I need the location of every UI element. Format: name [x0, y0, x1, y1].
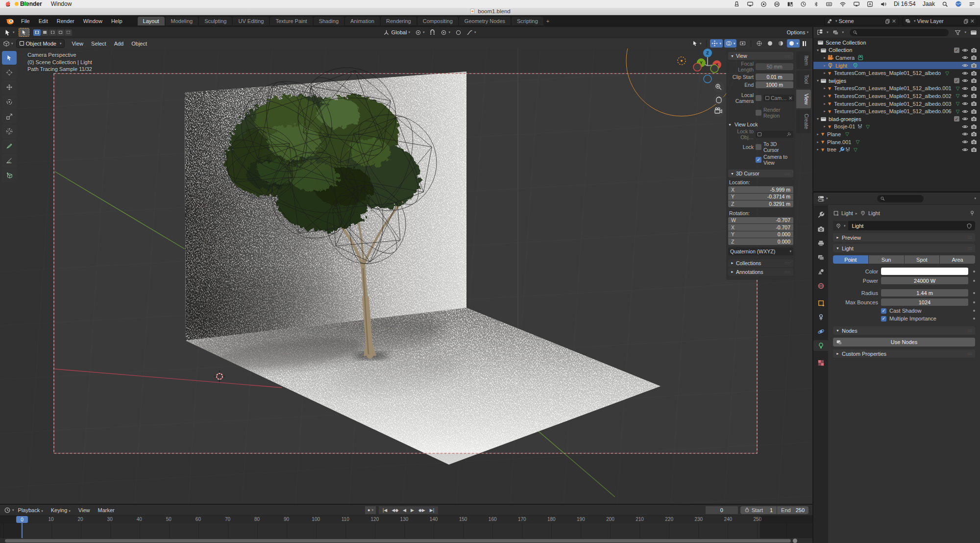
workspace-tab[interactable]: Scripting [512, 17, 543, 25]
tool-transform[interactable] [2, 124, 17, 138]
new-collection-icon[interactable] [970, 29, 977, 36]
hide-icon[interactable] [962, 139, 968, 145]
shading-solid-button[interactable] [765, 39, 775, 48]
user-menu[interactable]: Jaak [923, 0, 935, 7]
outliner-row-mesh[interactable]: ▸▼TexturesCom_Leaves_Maple01_512_albedo.… [813, 107, 980, 115]
outliner-row-mesh[interactable]: ▸▼TexturesCom_Leaves_Maple01_512_albedo.… [813, 100, 980, 108]
select-mode-set[interactable] [33, 29, 41, 36]
scene-name[interactable]: Scene [839, 18, 883, 24]
outliner-row-mesh[interactable]: ▸▼Bosje-01 ▽ [813, 123, 980, 131]
tool-move[interactable] [2, 80, 17, 94]
disable-render-icon[interactable] [971, 93, 977, 99]
viewport-3d[interactable]: Z Y X [0, 49, 812, 504]
siri-icon[interactable] [955, 0, 962, 7]
tool-options-dropdown[interactable]: Options [787, 29, 806, 35]
outliner-search[interactable] [850, 29, 949, 36]
viewport-menu-item[interactable]: View [68, 41, 87, 47]
zoom-window-button[interactable] [24, 2, 27, 6]
sidebar-tab[interactable]: View [796, 90, 811, 109]
viewport-menu-item[interactable]: Select [87, 41, 110, 47]
light-type-button[interactable]: Sun [869, 255, 904, 264]
viewport-menu-item[interactable]: Object [127, 41, 151, 47]
outliner-row-mesh[interactable]: ▸▼TexturesCom_Leaves_Maple01_512_albedo▽ [813, 69, 980, 77]
collection-checkbox[interactable]: ✓ [954, 78, 959, 83]
outliner-row-collection[interactable]: ▼twijgjes ✓ [813, 77, 980, 85]
hide-icon[interactable] [962, 116, 968, 122]
hide-icon[interactable] [962, 108, 968, 115]
disable-render-icon[interactable] [971, 123, 977, 130]
proportional-editing-toggle[interactable] [454, 28, 463, 37]
tab-physics[interactable] [813, 326, 828, 337]
radius-field[interactable]: 1.44 m [881, 289, 968, 296]
airplay-icon[interactable] [853, 1, 860, 7]
prev-keyframe-button[interactable]: ◀◆ [390, 508, 400, 513]
collections-panel-header[interactable]: ►Collections:::: [728, 259, 793, 267]
tool-rotate[interactable] [2, 95, 17, 109]
hide-icon[interactable] [962, 100, 968, 107]
lock-to-object-field[interactable] [756, 131, 793, 138]
particles-icon[interactable] [845, 147, 851, 153]
disable-render-icon[interactable] [971, 108, 977, 115]
cursor-rot-z[interactable]: Z0.000 [728, 238, 793, 245]
keyboard-viewer-icon[interactable] [826, 1, 833, 7]
timeline-menu-playback[interactable]: Playback▾ [14, 507, 47, 513]
mode-dropdown[interactable]: Object Mode▾ [16, 39, 65, 48]
sidebar-tab[interactable]: Tool [796, 71, 811, 88]
preview-panel-header[interactable]: ►Preview:::: [833, 233, 975, 242]
custom-properties-panel-header[interactable]: ►Custom Properties:::: [833, 349, 975, 358]
blender-logo-icon[interactable] [5, 16, 15, 26]
cursor-loc-x[interactable]: X-5.999 m [728, 186, 793, 193]
outliner-filter-icon[interactable] [955, 29, 961, 36]
current-frame-field[interactable]: 0 [706, 506, 738, 514]
snap-toggle[interactable] [428, 28, 437, 37]
breadcrumb-object[interactable]: Light [841, 210, 853, 216]
workspace-tab[interactable]: Shading [314, 17, 344, 25]
select-mode-subtract[interactable] [49, 29, 56, 36]
input-source-icon[interactable] [867, 1, 873, 7]
pause-render-button[interactable] [801, 39, 808, 48]
sidecar-icon[interactable] [747, 1, 754, 7]
clip-end-field[interactable]: 1000 m [756, 81, 793, 88]
playhead[interactable]: 0 [16, 516, 28, 523]
datablock-type-dropdown[interactable]: ▾ [833, 221, 848, 230]
show-gizmo-dropdown[interactable]: ▾ [710, 39, 723, 48]
select-mode-intersect[interactable] [65, 29, 72, 36]
tab-output[interactable] [813, 238, 828, 248]
outliner-row-collection[interactable]: ▼blad-groepjes ✓ [813, 115, 980, 123]
shading-wireframe-button[interactable] [755, 39, 764, 48]
datablock-name[interactable]: Light [848, 223, 966, 229]
tab-scene[interactable] [813, 266, 828, 277]
animate-dot[interactable] [973, 271, 975, 272]
show-overlays-dropdown[interactable]: ▾ [724, 39, 737, 48]
outliner-row-collection[interactable]: ▼Collection ✓ [813, 47, 980, 54]
light-panel-header[interactable]: ▼Light:::: [833, 244, 975, 252]
snap-target-dropdown[interactable]: ▾ [439, 28, 452, 37]
vlc-cone-icon[interactable] [734, 1, 740, 7]
tab-tool[interactable] [813, 209, 828, 220]
timeline-menu-keying[interactable]: Keying▾ [47, 507, 74, 513]
circle-h-icon[interactable] [774, 1, 780, 7]
light-type-button[interactable]: Point [833, 255, 868, 264]
hide-icon[interactable] [962, 123, 968, 130]
disable-render-icon[interactable] [971, 47, 977, 53]
camera-data-icon[interactable] [858, 54, 864, 61]
camera-to-view-checkbox[interactable]: ✓ [756, 157, 761, 163]
workspace-tab[interactable]: Modeling [166, 17, 198, 25]
hide-icon[interactable] [962, 70, 968, 76]
scrollbar-knob[interactable] [793, 539, 797, 543]
disable-render-icon[interactable] [971, 62, 977, 69]
tab-render[interactable] [813, 223, 828, 234]
viewport-menu-item[interactable]: Add [110, 41, 128, 47]
to-3d-cursor-checkbox[interactable] [756, 144, 761, 150]
breadcrumb-data[interactable]: Light [868, 210, 880, 216]
cursor-rot-w[interactable]: W-0.707 [728, 217, 793, 224]
active-tool-select-box[interactable] [19, 28, 29, 37]
outliner-filter-id-icon[interactable] [833, 29, 839, 36]
view-panel-header[interactable]: ▼View:::: [728, 52, 793, 60]
workspace-tab[interactable]: Geometry Nodes [459, 17, 511, 25]
hide-icon[interactable] [962, 47, 968, 53]
annotations-panel-header[interactable]: ►Annotations:::: [728, 268, 793, 276]
view-layer-selector[interactable]: ▾ View Layer ✕ [903, 17, 977, 25]
play-button[interactable]: ▶ [409, 508, 416, 513]
cursor-loc-y[interactable]: Y-0.3714 m [728, 194, 793, 200]
